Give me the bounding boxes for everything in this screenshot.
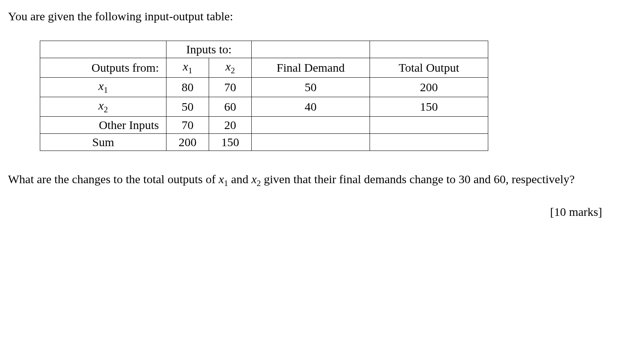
header-blank-fd — [252, 41, 370, 58]
cell-x1-fd: 50 — [252, 78, 370, 97]
cell-x2-x1: 50 — [166, 97, 209, 117]
header-final-demand: Final Demand — [252, 58, 370, 78]
var-x: x — [251, 172, 256, 186]
header-blank-to — [370, 41, 488, 58]
cell-other-x2: 20 — [209, 117, 252, 134]
table-header-row-2: Outputs from: x1 x2 Final Demand Total O… — [40, 58, 488, 78]
var-x: x — [98, 79, 104, 92]
header-blank — [40, 41, 166, 58]
table-row-sum: Sum 200 150 — [40, 134, 488, 151]
cell-x1-x1: 80 — [166, 78, 209, 97]
cell-x1-x2: 70 — [209, 78, 252, 97]
header-outputs-from: Outputs from: — [40, 58, 166, 78]
cell-other-fd — [252, 117, 370, 134]
cell-x2-fd: 40 — [252, 97, 370, 117]
header-x1: x1 — [166, 58, 209, 78]
row-label-other: Other Inputs — [40, 117, 166, 134]
row-label-x2: x2 — [40, 97, 166, 117]
header-total-output: Total Output — [370, 58, 488, 78]
sub-1: 1 — [224, 178, 228, 188]
cell-x2-x2: 60 — [209, 97, 252, 117]
cell-sum-to — [370, 134, 488, 151]
row-label-x1: x1 — [40, 78, 166, 97]
question-part3: given that their final demands change to… — [261, 172, 575, 186]
marks-label: [10 marks] — [8, 205, 626, 219]
sub-1: 1 — [104, 85, 108, 95]
row-label-sum: Sum — [40, 134, 166, 151]
intro-text: You are given the following input-output… — [8, 8, 626, 25]
header-inputs-to: Inputs to: — [166, 41, 252, 58]
cell-x2-to: 150 — [370, 97, 488, 117]
table-row-x1: x1 80 70 50 200 — [40, 78, 488, 97]
cell-sum-x1: 200 — [166, 134, 209, 151]
sub-2: 2 — [231, 66, 235, 75]
var-x: x — [98, 99, 104, 112]
cell-other-to — [370, 117, 488, 134]
var-x: x — [225, 60, 231, 73]
sub-2: 2 — [104, 105, 108, 114]
question-text: What are the changes to the total output… — [8, 171, 626, 189]
table-container: Inputs to: Outputs from: x1 x2 Final Dem… — [8, 41, 626, 151]
cell-other-x1: 70 — [166, 117, 209, 134]
cell-sum-fd — [252, 134, 370, 151]
cell-sum-x2: 150 — [209, 134, 252, 151]
var-x: x — [219, 172, 224, 186]
question-part2: and — [228, 172, 251, 186]
question-part1: What are the changes to the total output… — [8, 172, 219, 186]
header-x2: x2 — [209, 58, 252, 78]
sub-2: 2 — [256, 178, 261, 188]
table-header-row-1: Inputs to: — [40, 41, 488, 58]
table-row-x2: x2 50 60 40 150 — [40, 97, 488, 117]
var-x: x — [183, 60, 188, 73]
sub-1: 1 — [188, 66, 192, 75]
table-row-other: Other Inputs 70 20 — [40, 117, 488, 134]
cell-x1-to: 200 — [370, 78, 488, 97]
input-output-table: Inputs to: Outputs from: x1 x2 Final Dem… — [40, 41, 488, 151]
